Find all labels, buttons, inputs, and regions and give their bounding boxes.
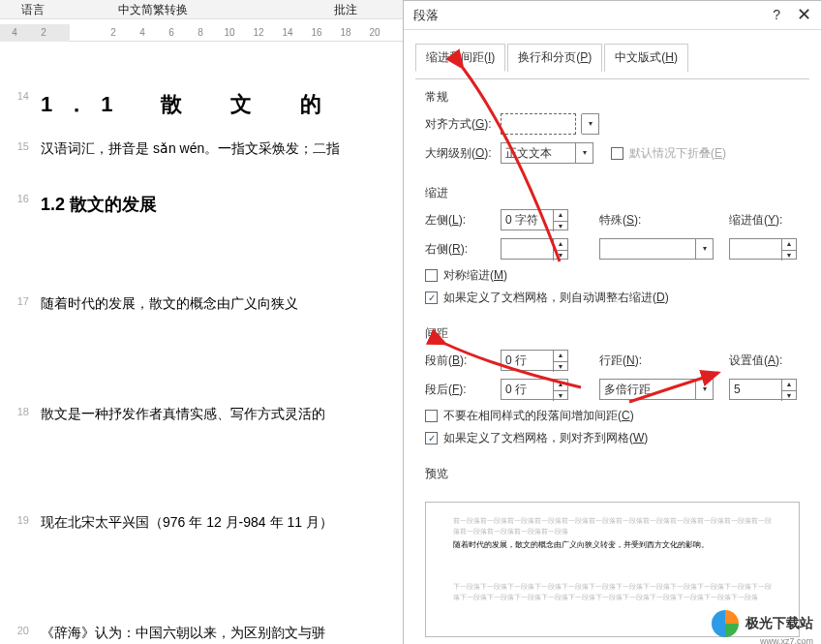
- close-icon[interactable]: ✕: [797, 4, 811, 25]
- tab-line-page-breaks[interactable]: 换行和分页(P): [507, 44, 602, 72]
- line-spacing-select[interactable]: 多倍行距▾: [599, 379, 714, 400]
- indent-right-label: 右侧(R):: [425, 241, 495, 258]
- space-before-input[interactable]: 0 行▲▼: [501, 350, 568, 371]
- section-preview: 预览: [425, 466, 800, 482]
- chevron-down-icon: ▾: [575, 143, 593, 163]
- section-general: 常规: [425, 89, 800, 106]
- paragraph-dialog: 段落 ? ✕ 缩进和间距(I) 换行和分页(P) 中文版式(H) 常规 对齐方式…: [403, 0, 821, 644]
- section-spacing: 间距: [425, 325, 800, 342]
- set-value-input[interactable]: 5▲▼: [729, 379, 797, 400]
- body-text: 现在北宋太平兴国（976 年 12 月-984 年 11 月）: [41, 514, 399, 532]
- indent-left-input[interactable]: 0 字符▲▼: [501, 209, 568, 230]
- spinner-buttons[interactable]: ▲▼: [781, 239, 796, 261]
- dialog-tabs: 缩进和间距(I) 换行和分页(P) 中文版式(H): [404, 30, 821, 79]
- toolbar-convert[interactable]: 中文简繁转换: [118, 2, 188, 18]
- snap-to-grid-checkbox[interactable]: ✓如果定义了文档网格，则对齐到网格(W): [425, 430, 800, 446]
- toolbar-comment[interactable]: 批注: [334, 2, 357, 18]
- section-indent: 缩进: [425, 185, 800, 201]
- auto-adjust-right-indent-checkbox[interactable]: ✓如果定义了文档网格，则自动调整右缩进(D): [425, 290, 800, 306]
- mirror-indent-checkbox[interactable]: 对称缩进(M): [425, 267, 800, 284]
- set-value-label: 设置值(A):: [729, 353, 799, 369]
- line-spacing-label: 行距(N):: [599, 353, 669, 369]
- special-label: 特殊(S):: [599, 212, 669, 229]
- indent-right-input[interactable]: ▲▼: [501, 238, 568, 260]
- indent-value-label: 缩进值(Y):: [729, 212, 799, 229]
- outline-select[interactable]: 正文文本▾: [501, 142, 593, 164]
- horizontal-ruler[interactable]: 4 2 2 4 6 8 10 12 14 16 18 20: [0, 24, 407, 42]
- alignment-select[interactable]: [501, 113, 576, 135]
- space-before-label: 段前(B):: [425, 353, 495, 369]
- alignment-dropdown-button[interactable]: ▾: [582, 113, 599, 135]
- spinner-buttons[interactable]: ▲▼: [553, 239, 567, 261]
- document-body[interactable]: 141．1 散 文 的 15汉语词汇，拼音是 sǎn wén。一指文采焕发；二指…: [0, 44, 407, 644]
- indent-left-label: 左侧(L):: [425, 212, 495, 229]
- body-text: 散文是一种抒发作者真情实感、写作方式灵活的: [41, 406, 399, 423]
- heading-1-2: 1.2 散文的发展: [41, 193, 399, 216]
- tab-asian-typography[interactable]: 中文版式(H): [604, 44, 688, 72]
- help-icon[interactable]: ?: [773, 7, 780, 22]
- body-text: 《辞海》认为：中国六朝以来，为区别韵文与骈: [41, 625, 399, 642]
- chevron-down-icon: ▾: [581, 114, 598, 134]
- collapse-checkbox: 默认情况下折叠(E): [611, 145, 726, 162]
- space-after-input[interactable]: 0 行▲▼: [501, 379, 568, 400]
- spinner-buttons[interactable]: ▲▼: [553, 351, 567, 372]
- spinner-buttons[interactable]: ▲▼: [553, 210, 567, 231]
- dialog-title-text: 段落: [413, 7, 439, 24]
- outline-label: 大纲级别(O):: [425, 145, 495, 162]
- tab-indent-spacing[interactable]: 缩进和间距(I): [415, 44, 505, 72]
- heading-1-1: 1．1 散 文 的: [41, 90, 399, 119]
- space-after-label: 段后(F):: [425, 382, 495, 398]
- spinner-buttons[interactable]: ▲▼: [553, 380, 567, 401]
- special-select[interactable]: ▾: [599, 238, 714, 260]
- body-text: 随着时代的发展，散文的概念由广义向狭义: [41, 295, 399, 313]
- logo-icon: [709, 607, 742, 640]
- chevron-down-icon: ▾: [695, 380, 713, 399]
- body-text: 汉语词汇，拼音是 sǎn wén。一指文采焕发；二指: [41, 140, 399, 158]
- indent-value-input[interactable]: ▲▼: [729, 238, 797, 260]
- watermark-url: www.xz7.com: [760, 636, 813, 644]
- dialog-titlebar: 段落 ? ✕: [404, 1, 821, 30]
- toolbar-language[interactable]: 语言: [21, 2, 45, 18]
- no-space-same-style-checkbox[interactable]: 不要在相同样式的段落间增加间距(C): [425, 408, 800, 424]
- watermark-logo: 极光下载站: [709, 607, 813, 640]
- alignment-label: 对齐方式(G):: [425, 116, 495, 133]
- spinner-buttons[interactable]: ▲▼: [781, 380, 796, 401]
- chevron-down-icon: ▾: [695, 239, 713, 259]
